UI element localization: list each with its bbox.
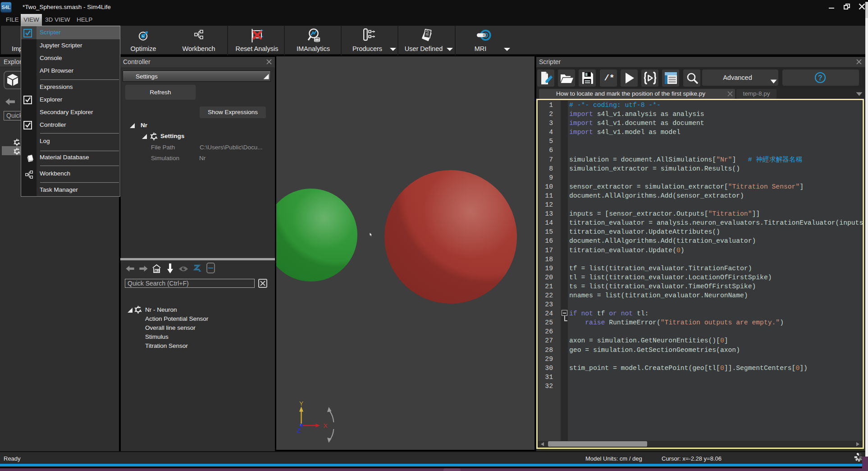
svg-text:Z: Z bbox=[297, 427, 301, 434]
svg-text:Y: Y bbox=[299, 400, 303, 407]
svg-text:?: ? bbox=[818, 74, 822, 82]
svg-text:X: X bbox=[323, 422, 327, 429]
